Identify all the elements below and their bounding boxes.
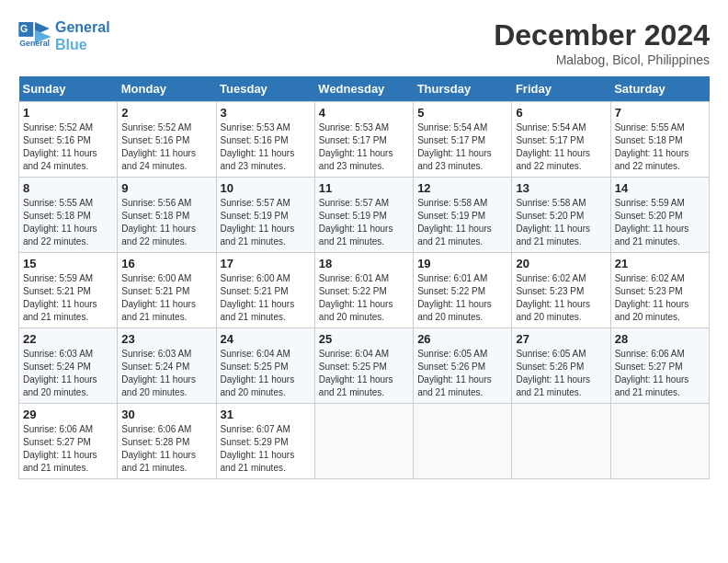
- calendar-cell: 27Sunrise: 6:05 AM Sunset: 5:26 PM Dayli…: [512, 328, 610, 404]
- day-number: 24: [221, 332, 311, 346]
- day-number: 29: [23, 408, 113, 421]
- day-number: 30: [121, 408, 211, 421]
- day-number: 12: [417, 181, 507, 195]
- calendar-cell: 1Sunrise: 5:52 AM Sunset: 5:16 PM Daylig…: [19, 102, 118, 178]
- day-number: 10: [221, 181, 311, 195]
- calendar-cell: 30Sunrise: 6:06 AM Sunset: 5:28 PM Dayli…: [118, 404, 216, 479]
- header-sunday: Sunday: [19, 76, 118, 102]
- calendar-cell: 7Sunrise: 5:55 AM Sunset: 5:18 PM Daylig…: [610, 102, 709, 178]
- day-number: 18: [319, 257, 409, 270]
- header-tuesday: Tuesday: [216, 76, 314, 102]
- day-number: 6: [516, 106, 606, 120]
- calendar-cell: 17Sunrise: 6:00 AM Sunset: 5:21 PM Dayli…: [216, 253, 314, 328]
- page-header: G General Blue General Blue December 202…: [18, 18, 710, 67]
- header-monday: Monday: [118, 76, 216, 102]
- day-info: Sunrise: 6:03 AM Sunset: 5:24 PM Dayligh…: [23, 348, 113, 399]
- calendar-cell: 21Sunrise: 6:02 AM Sunset: 5:23 PM Dayli…: [610, 253, 709, 328]
- day-number: 15: [23, 257, 113, 270]
- day-info: Sunrise: 5:58 AM Sunset: 5:19 PM Dayligh…: [417, 197, 507, 248]
- day-number: 20: [516, 257, 606, 270]
- day-number: 5: [417, 106, 507, 120]
- day-info: Sunrise: 6:02 AM Sunset: 5:23 PM Dayligh…: [516, 272, 606, 324]
- day-number: 27: [516, 332, 606, 346]
- day-number: 16: [121, 257, 211, 270]
- day-info: Sunrise: 6:05 AM Sunset: 5:26 PM Dayligh…: [417, 348, 507, 399]
- calendar-cell: 5Sunrise: 5:54 AM Sunset: 5:17 PM Daylig…: [414, 102, 512, 178]
- calendar-cell: 13Sunrise: 5:58 AM Sunset: 5:20 PM Dayli…: [512, 178, 610, 253]
- day-info: Sunrise: 6:01 AM Sunset: 5:22 PM Dayligh…: [417, 272, 507, 324]
- calendar-cell: 9Sunrise: 5:56 AM Sunset: 5:18 PM Daylig…: [118, 178, 216, 253]
- day-number: 22: [23, 332, 113, 346]
- calendar-cell: 8Sunrise: 5:55 AM Sunset: 5:18 PM Daylig…: [19, 178, 118, 253]
- day-info: Sunrise: 5:53 AM Sunset: 5:16 PM Dayligh…: [221, 121, 311, 173]
- day-info: Sunrise: 6:07 AM Sunset: 5:29 PM Dayligh…: [221, 423, 311, 475]
- header-thursday: Thursday: [414, 76, 512, 102]
- day-number: 11: [319, 181, 409, 195]
- calendar-cell: 16Sunrise: 6:00 AM Sunset: 5:21 PM Dayli…: [118, 253, 216, 328]
- header-friday: Friday: [512, 76, 610, 102]
- location: Malabog, Bicol, Philippines: [494, 52, 710, 67]
- calendar-cell: 4Sunrise: 5:53 AM Sunset: 5:17 PM Daylig…: [314, 102, 413, 178]
- day-number: 26: [417, 332, 507, 346]
- day-number: 21: [615, 257, 705, 270]
- calendar-cell: [314, 404, 413, 479]
- day-info: Sunrise: 6:01 AM Sunset: 5:22 PM Dayligh…: [319, 272, 409, 324]
- day-number: 3: [221, 106, 311, 120]
- day-number: 14: [615, 181, 705, 195]
- calendar-cell: 15Sunrise: 5:59 AM Sunset: 5:21 PM Dayli…: [19, 253, 118, 328]
- calendar-cell: 3Sunrise: 5:53 AM Sunset: 5:16 PM Daylig…: [216, 102, 314, 178]
- calendar-cell: 24Sunrise: 6:04 AM Sunset: 5:25 PM Dayli…: [216, 328, 314, 404]
- calendar-cell: 19Sunrise: 6:01 AM Sunset: 5:22 PM Dayli…: [414, 253, 512, 328]
- day-info: Sunrise: 6:06 AM Sunset: 5:27 PM Dayligh…: [615, 348, 705, 399]
- day-info: Sunrise: 5:59 AM Sunset: 5:20 PM Dayligh…: [615, 197, 705, 248]
- title-block: December 2024 Malabog, Bicol, Philippine…: [494, 18, 710, 67]
- logo: G General Blue General Blue: [18, 18, 110, 53]
- svg-text:G: G: [20, 24, 28, 35]
- calendar-body: 1Sunrise: 5:52 AM Sunset: 5:16 PM Daylig…: [19, 102, 710, 479]
- logo-line2: Blue: [55, 36, 110, 53]
- calendar-table: SundayMondayTuesdayWednesdayThursdayFrid…: [18, 76, 710, 479]
- calendar-cell: 29Sunrise: 6:06 AM Sunset: 5:27 PM Dayli…: [19, 404, 118, 479]
- day-info: Sunrise: 5:59 AM Sunset: 5:21 PM Dayligh…: [23, 272, 113, 324]
- day-info: Sunrise: 6:04 AM Sunset: 5:25 PM Dayligh…: [319, 348, 409, 399]
- calendar-cell: 18Sunrise: 6:01 AM Sunset: 5:22 PM Dayli…: [314, 253, 413, 328]
- week-row-3: 15Sunrise: 5:59 AM Sunset: 5:21 PM Dayli…: [19, 253, 710, 328]
- header-wednesday: Wednesday: [314, 76, 413, 102]
- calendar-cell: 14Sunrise: 5:59 AM Sunset: 5:20 PM Dayli…: [610, 178, 709, 253]
- calendar-cell: 10Sunrise: 5:57 AM Sunset: 5:19 PM Dayli…: [216, 178, 314, 253]
- day-info: Sunrise: 6:02 AM Sunset: 5:23 PM Dayligh…: [615, 272, 705, 324]
- day-info: Sunrise: 5:52 AM Sunset: 5:16 PM Dayligh…: [121, 121, 211, 173]
- svg-text:General: General: [19, 40, 50, 49]
- day-info: Sunrise: 5:58 AM Sunset: 5:20 PM Dayligh…: [516, 197, 606, 248]
- day-info: Sunrise: 5:55 AM Sunset: 5:18 PM Dayligh…: [615, 121, 705, 173]
- calendar-cell: [610, 404, 709, 479]
- day-info: Sunrise: 5:55 AM Sunset: 5:18 PM Dayligh…: [23, 197, 113, 248]
- calendar-cell: 25Sunrise: 6:04 AM Sunset: 5:25 PM Dayli…: [314, 328, 413, 404]
- day-info: Sunrise: 6:06 AM Sunset: 5:27 PM Dayligh…: [23, 423, 113, 475]
- calendar-cell: 2Sunrise: 5:52 AM Sunset: 5:16 PM Daylig…: [118, 102, 216, 178]
- calendar-cell: 11Sunrise: 5:57 AM Sunset: 5:19 PM Dayli…: [314, 178, 413, 253]
- day-number: 8: [23, 181, 113, 195]
- calendar-cell: [414, 404, 512, 479]
- calendar-cell: 6Sunrise: 5:54 AM Sunset: 5:17 PM Daylig…: [512, 102, 610, 178]
- day-number: 2: [121, 106, 211, 120]
- week-row-1: 1Sunrise: 5:52 AM Sunset: 5:16 PM Daylig…: [19, 102, 710, 178]
- calendar-cell: 12Sunrise: 5:58 AM Sunset: 5:19 PM Dayli…: [414, 178, 512, 253]
- day-info: Sunrise: 5:57 AM Sunset: 5:19 PM Dayligh…: [319, 197, 409, 248]
- day-info: Sunrise: 5:57 AM Sunset: 5:19 PM Dayligh…: [221, 197, 311, 248]
- day-number: 28: [615, 332, 705, 346]
- day-info: Sunrise: 6:00 AM Sunset: 5:21 PM Dayligh…: [221, 272, 311, 324]
- day-info: Sunrise: 5:53 AM Sunset: 5:17 PM Dayligh…: [319, 121, 409, 173]
- calendar-cell: 23Sunrise: 6:03 AM Sunset: 5:24 PM Dayli…: [118, 328, 216, 404]
- calendar-cell: 28Sunrise: 6:06 AM Sunset: 5:27 PM Dayli…: [610, 328, 709, 404]
- day-info: Sunrise: 6:05 AM Sunset: 5:26 PM Dayligh…: [516, 348, 606, 399]
- calendar-cell: 22Sunrise: 6:03 AM Sunset: 5:24 PM Dayli…: [19, 328, 118, 404]
- calendar-cell: [512, 404, 610, 479]
- day-number: 19: [417, 257, 507, 270]
- calendar-cell: 26Sunrise: 6:05 AM Sunset: 5:26 PM Dayli…: [414, 328, 512, 404]
- day-info: Sunrise: 6:03 AM Sunset: 5:24 PM Dayligh…: [121, 348, 211, 399]
- calendar-cell: 31Sunrise: 6:07 AM Sunset: 5:29 PM Dayli…: [216, 404, 314, 479]
- day-number: 17: [221, 257, 311, 270]
- day-number: 25: [319, 332, 409, 346]
- month-title: December 2024: [494, 18, 710, 52]
